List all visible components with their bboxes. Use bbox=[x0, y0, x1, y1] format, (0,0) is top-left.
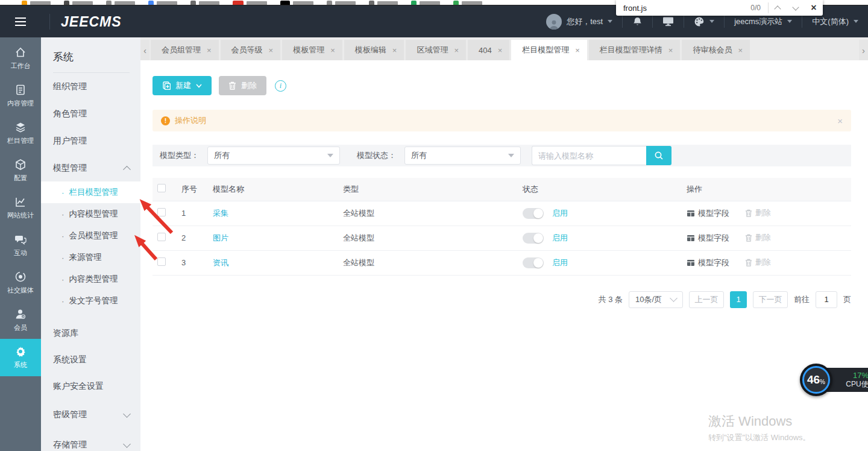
bookmark[interactable] bbox=[327, 1, 356, 5]
sidebar-group-model-management[interactable]: 模型管理 bbox=[41, 154, 140, 181]
find-previous-button[interactable] bbox=[769, 0, 787, 16]
tab-column-model-management[interactable]: 栏目模型管理× bbox=[511, 40, 587, 60]
rail-item-columns[interactable]: 栏目管理 bbox=[0, 115, 41, 152]
rail-item-statistics[interactable]: 网站统计 bbox=[0, 189, 41, 227]
sidebar-item-content-type-management[interactable]: 内容类型管理 bbox=[41, 268, 140, 290]
display-mode-button[interactable] bbox=[652, 16, 684, 28]
menu-toggle-button[interactable] bbox=[0, 21, 41, 22]
rail-item-config[interactable]: 配置 bbox=[0, 152, 41, 189]
status-toggle[interactable] bbox=[523, 233, 544, 244]
tab-region-management[interactable]: 区域管理× bbox=[406, 40, 466, 60]
sidebar-item-system-settings[interactable]: 系统设置 bbox=[41, 347, 140, 373]
rail-item-content[interactable]: 内容管理 bbox=[0, 77, 41, 115]
bookmark[interactable] bbox=[453, 1, 482, 5]
bookmark[interactable] bbox=[22, 1, 51, 5]
bookmark[interactable] bbox=[233, 1, 267, 5]
close-icon[interactable]: × bbox=[392, 46, 397, 55]
close-icon[interactable]: × bbox=[575, 46, 580, 55]
close-icon[interactable]: × bbox=[269, 46, 274, 55]
sidebar-item-content-model-management[interactable]: 内容模型管理 bbox=[41, 203, 140, 225]
info-icon[interactable]: i bbox=[275, 80, 286, 92]
row-delete-button[interactable]: 删除 bbox=[745, 207, 771, 218]
rail-item-system[interactable]: 系统 bbox=[0, 339, 41, 376]
bookmark[interactable] bbox=[369, 1, 398, 5]
prev-page-button[interactable]: 上一页 bbox=[689, 291, 724, 308]
tab-404[interactable]: 404× bbox=[468, 40, 509, 60]
sidebar-group-storage[interactable]: 存储管理 bbox=[41, 430, 140, 451]
bookmark-favicon bbox=[64, 1, 69, 5]
next-page-button[interactable]: 下一页 bbox=[753, 291, 788, 308]
sidebar-group-secret-level[interactable]: 密级管理 bbox=[41, 400, 140, 430]
find-next-button[interactable] bbox=[787, 0, 805, 16]
tabs-scroll-left[interactable]: ‹ bbox=[140, 40, 149, 60]
bookmark[interactable] bbox=[411, 1, 440, 5]
sidebar-item-org[interactable]: 组织管理 bbox=[41, 73, 140, 100]
delete-button[interactable]: 删除 bbox=[219, 76, 266, 95]
sidebar-item-roles[interactable]: 角色管理 bbox=[41, 100, 140, 127]
tab-member-levels[interactable]: 会员等级× bbox=[221, 40, 281, 60]
sidebar-item-account-security[interactable]: 账户安全设置 bbox=[41, 373, 140, 400]
performance-widget[interactable]: 17% CPU使用 46 % bbox=[800, 364, 832, 396]
sidebar-item-doc-number-management[interactable]: 发文字号管理 bbox=[41, 290, 140, 312]
bookmark[interactable] bbox=[190, 1, 219, 5]
bookmark-favicon bbox=[22, 1, 27, 5]
status-toggle[interactable] bbox=[523, 257, 544, 268]
goto-page-input[interactable] bbox=[816, 291, 837, 308]
close-icon[interactable]: × bbox=[454, 46, 459, 55]
bookmark[interactable] bbox=[280, 1, 313, 5]
row-checkbox[interactable] bbox=[157, 208, 166, 216]
close-icon[interactable]: × bbox=[207, 46, 212, 55]
close-icon[interactable]: × bbox=[330, 46, 335, 55]
model-fields-button[interactable]: 模型字段 bbox=[687, 208, 729, 219]
tab-template-management[interactable]: 模板管理× bbox=[282, 40, 342, 60]
bookmark-favicon bbox=[453, 1, 459, 5]
rail-item-social-media[interactable]: 社交媒体 bbox=[0, 264, 41, 301]
model-status-select[interactable]: 所有 bbox=[404, 147, 521, 165]
alert-close-icon[interactable]: × bbox=[837, 116, 843, 126]
model-type-select[interactable]: 所有 bbox=[207, 147, 340, 165]
rail-item-members[interactable]: 会员 bbox=[0, 301, 41, 339]
sidebar-item-source-management[interactable]: 来源管理 bbox=[41, 247, 140, 268]
search-button[interactable] bbox=[646, 146, 671, 165]
notifications-button[interactable] bbox=[622, 16, 652, 28]
model-name-link[interactable]: 图片 bbox=[213, 233, 228, 242]
find-close-button[interactable]: × bbox=[805, 0, 823, 16]
tab-member-groups[interactable]: 会员组管理× bbox=[151, 40, 219, 60]
user-menu[interactable]: 您好，test bbox=[536, 16, 622, 28]
tabs-scroll-right[interactable]: › bbox=[859, 40, 868, 60]
sidebar-item-users[interactable]: 用户管理 bbox=[41, 127, 140, 154]
close-icon[interactable]: × bbox=[498, 46, 503, 55]
rail-item-workbench[interactable]: 工作台 bbox=[0, 40, 41, 77]
model-fields-button[interactable]: 模型字段 bbox=[687, 257, 729, 268]
tab-column-model-detail[interactable]: 栏目模型管理详情× bbox=[589, 40, 681, 60]
row-delete-button[interactable]: 删除 bbox=[745, 232, 771, 243]
model-fields-button[interactable]: 模型字段 bbox=[687, 233, 729, 244]
model-name-link[interactable]: 采集 bbox=[213, 209, 228, 218]
find-input[interactable] bbox=[616, 4, 706, 13]
theme-menu[interactable] bbox=[684, 16, 724, 28]
tab-pending-members[interactable]: 待审核会员× bbox=[682, 40, 750, 60]
row-checkbox[interactable] bbox=[157, 257, 166, 266]
model-name-link[interactable]: 资讯 bbox=[213, 258, 228, 267]
model-status-label: 模型状态： bbox=[357, 150, 396, 161]
model-name-search-input[interactable] bbox=[532, 146, 646, 165]
status-toggle[interactable] bbox=[523, 208, 544, 219]
bookmark[interactable] bbox=[106, 1, 135, 5]
rail-item-interaction[interactable]: 互动 bbox=[0, 227, 41, 264]
site-switcher[interactable]: jeecms演示站 bbox=[724, 16, 802, 28]
bookmark[interactable] bbox=[64, 1, 93, 5]
row-delete-button[interactable]: 删除 bbox=[745, 257, 771, 268]
sidebar-item-resource-library[interactable]: 资源库 bbox=[41, 320, 140, 347]
sidebar-item-member-model-management[interactable]: 会员模型管理 bbox=[41, 225, 140, 247]
page-size-select[interactable]: 10条/页 bbox=[629, 291, 683, 308]
close-icon[interactable]: × bbox=[738, 46, 743, 55]
bookmark[interactable] bbox=[148, 1, 177, 5]
sidebar-item-column-model-management[interactable]: 栏目模型管理 bbox=[41, 181, 140, 203]
close-icon[interactable]: × bbox=[668, 46, 673, 55]
language-switcher[interactable]: 中文(简体) bbox=[802, 16, 868, 28]
tab-template-edit[interactable]: 模板编辑× bbox=[344, 40, 404, 60]
current-page-button[interactable]: 1 bbox=[730, 291, 747, 308]
select-all-checkbox[interactable] bbox=[157, 184, 166, 192]
row-checkbox[interactable] bbox=[157, 233, 166, 241]
new-button[interactable]: 新建 bbox=[153, 76, 212, 95]
